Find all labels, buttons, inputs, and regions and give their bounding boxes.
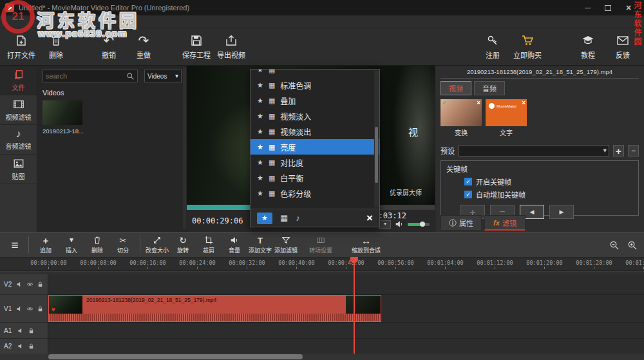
preset-remove-button[interactable] — [628, 145, 639, 156]
audio-filters-category-button[interactable] — [296, 214, 300, 222]
favorite-star-icon[interactable] — [257, 128, 263, 135]
timeline-scrollbar[interactable] — [0, 354, 644, 360]
filter-card-thumbnail: MovieMator — [486, 99, 527, 126]
export-video-button[interactable]: 导出视频 — [214, 30, 249, 64]
favorites-category-button[interactable] — [257, 213, 272, 224]
feedback-label: 反馈 — [616, 50, 630, 60]
filter-popup-item[interactable]: 视频淡入 — [251, 108, 379, 124]
lock-icon[interactable] — [28, 343, 35, 350]
lock-icon[interactable] — [37, 305, 44, 312]
ripple-delete-button[interactable]: 删除 — [84, 234, 110, 256]
filter-remove-icon[interactable] — [477, 100, 480, 106]
video-filters-category-button[interactable] — [280, 214, 288, 222]
sidebar-tab-stickers[interactable]: 贴图 — [0, 155, 37, 184]
filter-popup-item[interactable]: 标准色调 — [251, 77, 379, 93]
rotate-button[interactable]: 旋转 — [170, 234, 196, 256]
filter-enabled-check-icon[interactable] — [487, 100, 492, 106]
media-list-item[interactable]: 20190213-18... — [43, 100, 82, 135]
popup-close-button[interactable] — [366, 213, 373, 223]
filter-popup-item[interactable]: 色彩分级 — [251, 185, 379, 201]
zoom-fit-button[interactable]: 缩放到合适 — [350, 234, 382, 256]
ruler-timecode: 00:00:24:00 — [173, 258, 222, 270]
add-filter-button[interactable]: 添加滤镜 — [273, 234, 299, 256]
favorite-star-icon[interactable] — [257, 144, 263, 151]
tab-audio[interactable]: 音频 — [474, 81, 505, 95]
lock-icon[interactable] — [28, 327, 35, 334]
redo-button[interactable]: 重做 — [126, 30, 161, 64]
tab-video[interactable]: 视频 — [440, 81, 471, 95]
favorite-star-icon[interactable] — [257, 159, 263, 166]
favorite-star-icon[interactable] — [257, 82, 263, 89]
playhead-line[interactable] — [354, 258, 355, 354]
sidebar-tab-video-filters[interactable]: 视频滤镜 — [0, 95, 37, 125]
filter-card-transform[interactable]: 变换 — [440, 99, 482, 137]
tutorial-button[interactable]: 教程 — [571, 30, 605, 64]
zoom-out-button[interactable] — [607, 238, 621, 252]
mute-icon[interactable] — [16, 281, 23, 288]
add-text-button[interactable]: 添加文字 — [247, 234, 273, 256]
open-file-label: 打开文件 — [7, 50, 35, 60]
timeline-menu-button[interactable] — [5, 234, 24, 256]
volume-knob[interactable] — [420, 222, 425, 227]
auto-add-keyframes-checkbox[interactable] — [464, 191, 472, 198]
transition-settings-button[interactable]: 转场设置 — [308, 234, 334, 256]
save-project-button[interactable]: 保存工程 — [179, 30, 214, 64]
register-button[interactable]: 注册 — [475, 30, 510, 64]
sidebar-tab-audio-filters[interactable]: 音频滤镜 — [0, 125, 37, 155]
filter-popup-item[interactable]: 视频淡出 — [251, 124, 379, 139]
preset-dropdown[interactable] — [459, 145, 609, 156]
track-header-a2: A2 — [0, 339, 48, 354]
popup-scrollbar-thumb[interactable] — [375, 127, 378, 183]
sidebar-tab-files[interactable]: 文件 — [0, 66, 37, 95]
filter-card-text[interactable]: MovieMator 文字 — [486, 99, 527, 137]
timeline-ruler[interactable]: 00:00:00:0000:00:08:0000:00:16:0000:00:2… — [0, 257, 644, 271]
favorite-star-icon — [257, 70, 263, 73]
search-input[interactable] — [46, 72, 126, 80]
preset-add-button[interactable] — [613, 145, 624, 156]
filter-popup-item[interactable]: 叠加 — [251, 93, 379, 108]
volume-button[interactable]: 音量 — [222, 234, 247, 256]
append-button[interactable]: 追加 — [33, 234, 59, 256]
speaker-icon[interactable] — [395, 220, 404, 229]
mute-icon[interactable] — [17, 343, 24, 350]
insert-button[interactable]: 插入 — [59, 234, 84, 256]
crop-button[interactable]: 裁剪 — [196, 234, 222, 256]
resize-button[interactable]: 改变大小 — [144, 234, 170, 256]
eye-icon[interactable] — [26, 305, 33, 312]
music-note-icon — [16, 129, 21, 139]
filter-remove-icon[interactable] — [522, 100, 526, 106]
zoom-in-button[interactable] — [625, 238, 639, 252]
filter-enabled-check-icon[interactable] — [442, 100, 447, 106]
lock-icon[interactable] — [37, 281, 44, 288]
volume-slider[interactable] — [408, 223, 430, 226]
media-type-dropdown[interactable]: Videos — [144, 70, 182, 82]
favorite-star-icon[interactable] — [257, 175, 263, 182]
filter-popup-item[interactable]: 亮度 — [251, 139, 379, 155]
application-window: 21 河东软件园 www.pc6839.com 河东软件园 Untitled* … — [0, 0, 644, 360]
files-scrollbar[interactable] — [183, 68, 186, 229]
popup-scrollbar[interactable] — [374, 71, 379, 207]
mute-icon[interactable] — [17, 327, 24, 334]
tab-filters[interactable]: fx 滤镜 — [484, 215, 526, 231]
favorite-star-icon[interactable] — [257, 190, 263, 197]
timeline-scrollbar-thumb[interactable] — [48, 354, 303, 359]
favorite-star-icon[interactable] — [257, 97, 263, 104]
eye-icon[interactable] — [26, 281, 33, 288]
enable-keyframes-checkbox[interactable] — [464, 178, 472, 185]
filter-popup-item[interactable]: 对比度 — [251, 155, 379, 170]
favorite-star-icon[interactable] — [257, 113, 263, 120]
timeline-clip[interactable]: 20190213-181238(2019_02_21_18_51_25_179)… — [48, 295, 381, 322]
maximize-button[interactable] — [598, 0, 618, 15]
mute-icon[interactable] — [16, 305, 23, 312]
preview-options-dropdown[interactable] — [379, 220, 391, 229]
tab-properties[interactable]: 属性 — [440, 215, 482, 231]
filter-popup-item[interactable]: 白平衡 — [251, 170, 379, 185]
split-button[interactable]: 切分 — [110, 234, 136, 256]
buy-now-button[interactable]: 立即购买 — [510, 30, 545, 64]
next-keyframe-button[interactable] — [549, 205, 574, 219]
open-file-button[interactable]: 打开文件 — [4, 30, 39, 64]
filter-popup-item[interactable] — [251, 70, 379, 77]
watermark-logo: 21 — [1, 0, 35, 33]
separator — [28, 236, 29, 253]
minimize-button[interactable] — [577, 0, 598, 15]
